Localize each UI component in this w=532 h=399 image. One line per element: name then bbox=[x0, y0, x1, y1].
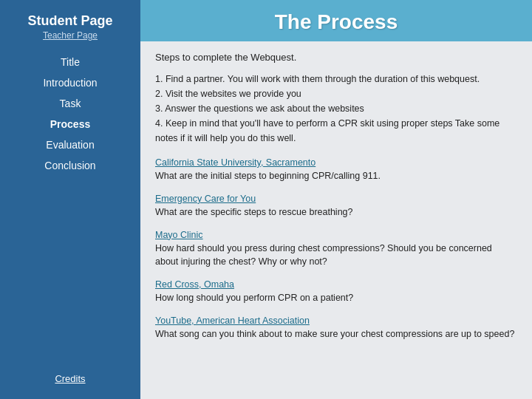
main-area: The Process Steps to complete the Webque… bbox=[140, 0, 532, 399]
steps-block: 1. Find a partner. You will work with th… bbox=[155, 72, 517, 146]
resource-link[interactable]: Mayo Clinic bbox=[155, 230, 517, 240]
credits-link[interactable]: Credits bbox=[47, 366, 92, 392]
resource-link[interactable]: Emergency Care for You bbox=[155, 194, 517, 204]
resources-list: California State University, SacramentoW… bbox=[155, 157, 517, 341]
sidebar: Student Page Teacher Page TitleIntroduct… bbox=[0, 0, 140, 399]
step-item: 4. Keep in mind that you'll have to perf… bbox=[155, 116, 517, 146]
sidebar-item-process[interactable]: Process bbox=[0, 116, 140, 132]
resource-description: How hard should you press during chest c… bbox=[155, 242, 517, 270]
sidebar-item-evaluation[interactable]: Evaluation bbox=[0, 137, 140, 153]
resource-link[interactable]: California State University, Sacramento bbox=[155, 157, 517, 168]
resource-link[interactable]: YouTube, American Heart Association bbox=[155, 316, 517, 326]
resource-description: How long should you perform CPR on a pat… bbox=[155, 291, 517, 305]
page-title: The Process bbox=[155, 10, 517, 34]
step-item: 3. Answer the questions we ask about the… bbox=[155, 101, 517, 116]
resource-block: Red Cross, OmahaHow long should you perf… bbox=[155, 279, 517, 305]
resource-link[interactable]: Red Cross, Omaha bbox=[155, 279, 517, 290]
sidebar-nav: TitleIntroductionTaskProcessEvaluationCo… bbox=[0, 54, 140, 366]
resource-description: What are the specific steps to rescue br… bbox=[155, 205, 517, 219]
teacher-page-link[interactable]: Teacher Page bbox=[43, 30, 98, 41]
resource-block: California State University, SacramentoW… bbox=[155, 157, 517, 183]
resource-block: Emergency Care for YouWhat are the speci… bbox=[155, 194, 517, 219]
resource-description: What are the initial steps to beginning … bbox=[155, 169, 517, 183]
sidebar-title: Student Page bbox=[20, 7, 120, 30]
sidebar-item-introduction[interactable]: Introduction bbox=[0, 75, 140, 91]
resource-block: Mayo ClinicHow hard should you press dur… bbox=[155, 230, 517, 270]
main-header: The Process bbox=[140, 0, 532, 41]
intro-text: Steps to complete the Webquest. bbox=[155, 52, 517, 63]
resource-block: YouTube, American Heart AssociationWhat … bbox=[155, 316, 517, 341]
main-content: Steps to complete the Webquest. 1. Find … bbox=[140, 41, 532, 399]
sidebar-item-task[interactable]: Task bbox=[0, 95, 140, 112]
sidebar-item-conclusion[interactable]: Conclusion bbox=[0, 157, 140, 174]
step-item: 2. Visit the websites we provide you bbox=[155, 86, 517, 101]
resource-description: What song can you think about to make su… bbox=[155, 327, 517, 341]
step-item: 1. Find a partner. You will work with th… bbox=[155, 72, 517, 86]
sidebar-item-title[interactable]: Title bbox=[0, 54, 140, 70]
